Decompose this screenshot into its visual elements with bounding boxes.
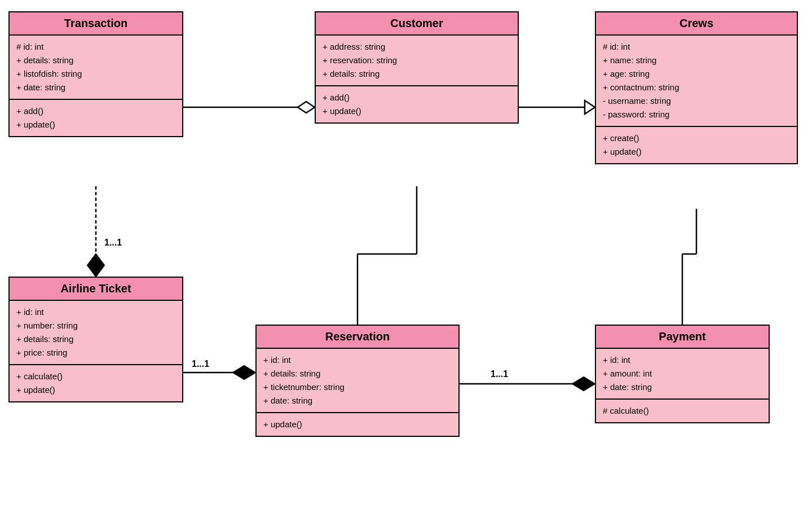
class-reservation-methods: + update() [257,413,458,436]
class-transaction-attributes: # id: int + details: string + listofdish… [10,36,182,100]
diamond-reservation-payment [572,377,595,391]
class-crews-methods: + create() + update() [596,127,797,163]
class-airline-ticket-attributes: + id: int + number: string + details: st… [10,301,182,365]
class-customer-title: Customer [316,12,518,36]
class-customer-attributes: + address: string + reservation: string … [316,36,518,86]
triangle-customer-crews [585,100,595,114]
diamond-airline-reservation [233,366,255,379]
class-customer-methods: + add() + update() [316,86,518,122]
class-reservation: Reservation + id: int + details: string … [255,325,460,437]
label-1to1-reservation-payment: 1...1 [491,369,508,379]
class-transaction-methods: + add() + update() [10,100,182,136]
class-crews-title: Crews [596,12,797,36]
class-payment: Payment + id: int + amount: int + date: … [595,325,770,423]
class-airline-ticket: Airline Ticket + id: int + number: strin… [8,277,183,402]
class-crews-attributes: # id: int + name: string + age: string +… [596,36,797,127]
uml-diagram: Transaction # id: int + details: string … [0,0,812,508]
class-payment-attributes: + id: int + amount: int + date: string [596,349,769,400]
diamond-transaction-airline-filled [87,254,104,277]
class-airline-ticket-title: Airline Ticket [10,278,182,301]
label-1to1-airline-reservation: 1...1 [192,359,209,369]
class-payment-title: Payment [596,326,769,349]
class-crews: Crews # id: int + name: string + age: st… [595,11,798,164]
class-airline-ticket-methods: + calculate() + update() [10,365,182,401]
diamond-transaction-customer [298,102,315,113]
label-1to1-transaction-airline: 1...1 [104,238,122,247]
class-payment-methods: # calculate() [596,400,769,422]
class-customer: Customer + address: string + reservation… [315,11,519,124]
class-transaction: Transaction # id: int + details: string … [8,11,183,137]
class-reservation-title: Reservation [257,326,458,349]
class-transaction-title: Transaction [10,12,182,36]
class-reservation-attributes: + id: int + details: string + ticketnumb… [257,349,458,413]
